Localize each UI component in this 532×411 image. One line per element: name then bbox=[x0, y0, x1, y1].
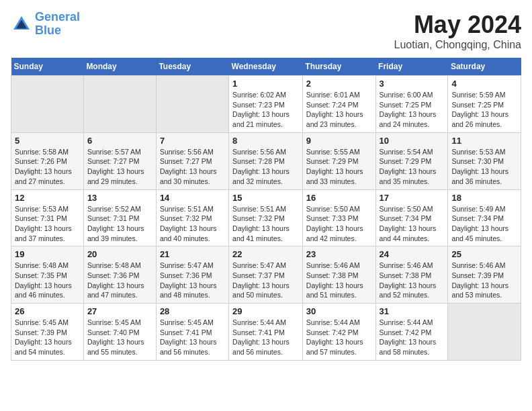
calendar-cell: 12Sunrise: 5:53 AMSunset: 7:31 PMDayligh… bbox=[11, 189, 84, 246]
day-info: Sunrise: 5:59 AMSunset: 7:25 PMDaylight:… bbox=[451, 90, 517, 130]
day-info: Sunrise: 5:45 AMSunset: 7:40 PMDaylight:… bbox=[87, 318, 152, 357]
day-number: 21 bbox=[160, 249, 225, 259]
day-info: Sunrise: 6:02 AMSunset: 7:23 PMDaylight:… bbox=[232, 90, 299, 130]
day-number: 31 bbox=[380, 306, 445, 316]
calendar-cell: 11Sunrise: 5:53 AMSunset: 7:30 PMDayligh… bbox=[448, 132, 521, 189]
day-number: 19 bbox=[15, 249, 80, 259]
calendar-cell: 6Sunrise: 5:57 AMSunset: 7:27 PMDaylight… bbox=[83, 132, 156, 189]
calendar-cell: 27Sunrise: 5:45 AMSunset: 7:40 PMDayligh… bbox=[83, 304, 156, 361]
calendar-cell: 22Sunrise: 5:47 AMSunset: 7:37 PMDayligh… bbox=[229, 246, 303, 304]
calendar-cell bbox=[448, 304, 521, 361]
day-number: 10 bbox=[380, 136, 445, 146]
day-number: 3 bbox=[380, 79, 445, 89]
day-info: Sunrise: 6:01 AMSunset: 7:24 PMDaylight:… bbox=[306, 90, 372, 130]
calendar-cell: 26Sunrise: 5:45 AMSunset: 7:39 PMDayligh… bbox=[11, 304, 84, 361]
calendar-cell: 29Sunrise: 5:44 AMSunset: 7:41 PMDayligh… bbox=[229, 304, 303, 361]
day-info: Sunrise: 5:50 AMSunset: 7:34 PMDaylight:… bbox=[380, 204, 445, 244]
calendar-cell: 2Sunrise: 6:01 AMSunset: 7:24 PMDaylight… bbox=[302, 76, 375, 133]
calendar-cell: 1Sunrise: 6:02 AMSunset: 7:23 PMDaylight… bbox=[229, 76, 303, 133]
day-info: Sunrise: 5:49 AMSunset: 7:34 PMDaylight:… bbox=[451, 204, 517, 244]
day-number: 7 bbox=[160, 136, 225, 146]
calendar-cell: 20Sunrise: 5:48 AMSunset: 7:36 PMDayligh… bbox=[83, 246, 156, 304]
calendar-cell: 16Sunrise: 5:50 AMSunset: 7:33 PMDayligh… bbox=[302, 189, 375, 246]
calendar-week-row: 1Sunrise: 6:02 AMSunset: 7:23 PMDaylight… bbox=[11, 76, 521, 133]
day-info: Sunrise: 5:48 AMSunset: 7:36 PMDaylight:… bbox=[87, 261, 152, 300]
day-info: Sunrise: 5:45 AMSunset: 7:39 PMDaylight:… bbox=[15, 318, 80, 357]
weekday-header: Thursday bbox=[302, 58, 375, 76]
weekday-header: Tuesday bbox=[156, 58, 228, 76]
day-number: 22 bbox=[232, 249, 299, 259]
calendar-body: 1Sunrise: 6:02 AMSunset: 7:23 PMDaylight… bbox=[11, 76, 521, 361]
day-number: 25 bbox=[451, 249, 517, 259]
calendar-week-row: 19Sunrise: 5:48 AMSunset: 7:35 PMDayligh… bbox=[11, 246, 521, 304]
weekday-header: Saturday bbox=[448, 58, 521, 76]
day-info: Sunrise: 5:45 AMSunset: 7:41 PMDaylight:… bbox=[160, 318, 225, 357]
calendar-table: SundayMondayTuesdayWednesdayThursdayFrid… bbox=[11, 58, 521, 361]
day-number: 20 bbox=[87, 249, 152, 259]
day-number: 1 bbox=[232, 79, 299, 89]
calendar-cell: 8Sunrise: 5:56 AMSunset: 7:28 PMDaylight… bbox=[229, 132, 303, 189]
day-number: 17 bbox=[380, 193, 445, 203]
calendar-cell: 18Sunrise: 5:49 AMSunset: 7:34 PMDayligh… bbox=[448, 189, 521, 246]
calendar-cell: 9Sunrise: 5:55 AMSunset: 7:29 PMDaylight… bbox=[302, 132, 375, 189]
day-info: Sunrise: 5:44 AMSunset: 7:41 PMDaylight:… bbox=[232, 318, 299, 357]
day-number: 29 bbox=[232, 306, 299, 316]
calendar-week-row: 5Sunrise: 5:58 AMSunset: 7:26 PMDaylight… bbox=[11, 132, 521, 189]
day-number: 6 bbox=[87, 136, 152, 146]
day-number: 8 bbox=[232, 136, 299, 146]
day-number: 9 bbox=[306, 136, 372, 146]
day-number: 11 bbox=[451, 136, 517, 146]
day-info: Sunrise: 5:44 AMSunset: 7:42 PMDaylight:… bbox=[380, 318, 445, 357]
day-info: Sunrise: 5:46 AMSunset: 7:39 PMDaylight:… bbox=[451, 261, 517, 300]
day-number: 14 bbox=[160, 193, 225, 203]
day-number: 18 bbox=[451, 193, 517, 203]
logo-icon bbox=[11, 13, 32, 35]
calendar-cell bbox=[83, 76, 156, 133]
day-info: Sunrise: 5:46 AMSunset: 7:38 PMDaylight:… bbox=[306, 261, 372, 300]
day-number: 16 bbox=[306, 193, 372, 203]
page-header: General Blue May 2024 Luotian, Chongqing… bbox=[11, 11, 521, 51]
day-info: Sunrise: 5:54 AMSunset: 7:29 PMDaylight:… bbox=[380, 147, 445, 187]
calendar-cell: 7Sunrise: 5:56 AMSunset: 7:27 PMDaylight… bbox=[156, 132, 228, 189]
day-info: Sunrise: 5:47 AMSunset: 7:36 PMDaylight:… bbox=[160, 261, 225, 300]
main-title: May 2024 bbox=[394, 11, 521, 39]
logo: General Blue bbox=[11, 11, 80, 38]
calendar-header-row: SundayMondayTuesdayWednesdayThursdayFrid… bbox=[11, 58, 521, 76]
weekday-header: Wednesday bbox=[229, 58, 303, 76]
calendar-cell: 24Sunrise: 5:46 AMSunset: 7:38 PMDayligh… bbox=[375, 246, 448, 304]
day-info: Sunrise: 5:47 AMSunset: 7:37 PMDaylight:… bbox=[232, 261, 299, 300]
calendar-cell: 28Sunrise: 5:45 AMSunset: 7:41 PMDayligh… bbox=[156, 304, 228, 361]
logo-text: General Blue bbox=[35, 11, 80, 38]
calendar-cell: 25Sunrise: 5:46 AMSunset: 7:39 PMDayligh… bbox=[448, 246, 521, 304]
day-info: Sunrise: 5:51 AMSunset: 7:32 PMDaylight:… bbox=[232, 204, 299, 244]
calendar-cell: 10Sunrise: 5:54 AMSunset: 7:29 PMDayligh… bbox=[375, 132, 448, 189]
calendar-cell: 19Sunrise: 5:48 AMSunset: 7:35 PMDayligh… bbox=[11, 246, 84, 304]
calendar-cell: 13Sunrise: 5:52 AMSunset: 7:31 PMDayligh… bbox=[83, 189, 156, 246]
day-info: Sunrise: 5:50 AMSunset: 7:33 PMDaylight:… bbox=[306, 204, 372, 244]
calendar-cell: 17Sunrise: 5:50 AMSunset: 7:34 PMDayligh… bbox=[375, 189, 448, 246]
calendar-cell: 23Sunrise: 5:46 AMSunset: 7:38 PMDayligh… bbox=[302, 246, 375, 304]
calendar-cell: 14Sunrise: 5:51 AMSunset: 7:32 PMDayligh… bbox=[156, 189, 228, 246]
calendar-week-row: 26Sunrise: 5:45 AMSunset: 7:39 PMDayligh… bbox=[11, 304, 521, 361]
day-info: Sunrise: 6:00 AMSunset: 7:25 PMDaylight:… bbox=[380, 90, 445, 130]
title-block: May 2024 Luotian, Chongqing, China bbox=[394, 11, 521, 51]
day-number: 27 bbox=[87, 306, 152, 316]
day-info: Sunrise: 5:55 AMSunset: 7:29 PMDaylight:… bbox=[306, 147, 372, 187]
day-number: 13 bbox=[87, 193, 152, 203]
calendar-cell: 4Sunrise: 5:59 AMSunset: 7:25 PMDaylight… bbox=[448, 76, 521, 133]
calendar-cell bbox=[156, 76, 228, 133]
day-number: 28 bbox=[160, 306, 225, 316]
day-info: Sunrise: 5:48 AMSunset: 7:35 PMDaylight:… bbox=[15, 261, 80, 300]
day-info: Sunrise: 5:58 AMSunset: 7:26 PMDaylight:… bbox=[15, 147, 80, 187]
day-number: 26 bbox=[15, 306, 80, 316]
calendar-cell: 21Sunrise: 5:47 AMSunset: 7:36 PMDayligh… bbox=[156, 246, 228, 304]
calendar-week-row: 12Sunrise: 5:53 AMSunset: 7:31 PMDayligh… bbox=[11, 189, 521, 246]
calendar-cell: 5Sunrise: 5:58 AMSunset: 7:26 PMDaylight… bbox=[11, 132, 84, 189]
day-number: 23 bbox=[306, 249, 372, 259]
day-number: 2 bbox=[306, 79, 372, 89]
day-info: Sunrise: 5:56 AMSunset: 7:27 PMDaylight:… bbox=[160, 147, 225, 187]
calendar-cell: 30Sunrise: 5:44 AMSunset: 7:42 PMDayligh… bbox=[302, 304, 375, 361]
day-number: 30 bbox=[306, 306, 372, 316]
day-info: Sunrise: 5:51 AMSunset: 7:32 PMDaylight:… bbox=[160, 204, 225, 244]
calendar-cell bbox=[11, 76, 84, 133]
